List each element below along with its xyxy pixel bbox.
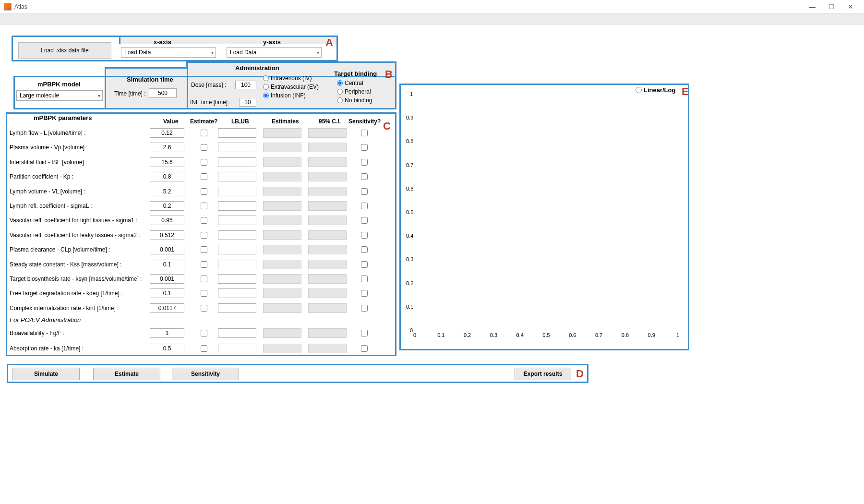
x-tick: 0 [408,332,422,338]
param-estimate-checkbox[interactable] [201,203,207,209]
param-estimate-checkbox[interactable] [201,330,207,336]
model-dropdown[interactable]: Large molecule [16,90,103,101]
param-estimate-checkbox[interactable] [201,246,207,253]
linear-log-radio[interactable] [636,87,642,93]
param-lbub-input[interactable] [218,172,256,181]
param-value-input[interactable] [150,143,184,152]
param-lbub-input[interactable] [218,216,256,225]
param-estimate-checkbox[interactable] [201,173,207,180]
param-estimate-checkbox[interactable] [201,261,207,268]
param-lbub-input[interactable] [218,201,256,211]
section-letter-c: C [383,120,391,132]
param-value-input[interactable] [150,187,184,196]
param-label: Free target degradation rate - kdeg [1/t… [10,290,150,297]
param-estimate-checkbox[interactable] [201,159,207,166]
admin-radio-iv-input[interactable] [263,75,269,81]
param-value-input[interactable] [150,230,184,240]
param-ci-display [308,288,347,298]
param-value-input[interactable] [150,288,184,298]
param-value-input[interactable] [150,216,184,225]
param-value-input[interactable] [150,260,184,269]
target-radio-none[interactable]: No binding [337,97,372,104]
param-sensitivity-checkbox[interactable] [361,159,368,166]
x-tick: 0.5 [539,332,553,338]
param-estimate-checkbox[interactable] [201,217,207,224]
model-title: mPBPK model [37,81,81,88]
param-lbub-input[interactable] [218,328,256,338]
param-estimate-checkbox[interactable] [201,188,207,195]
target-radio-none-input[interactable] [337,97,343,103]
time-input[interactable] [149,88,177,98]
admin-radio-inf-input[interactable] [263,93,269,98]
export-results-button[interactable]: Export results [515,368,571,380]
param-sensitivity-checkbox[interactable] [361,232,368,239]
param-value-input[interactable] [150,201,184,211]
param-sensitivity-checkbox[interactable] [361,130,368,136]
load-data-button[interactable]: Load .xlsx data file [18,42,111,59]
param-sensitivity-checkbox[interactable] [361,290,368,297]
param-sensitivity-checkbox[interactable] [361,188,368,195]
xaxis-dropdown-value: Load Data [124,49,151,56]
param-lbub-input[interactable] [218,245,256,254]
param-lbub-input[interactable] [218,303,256,313]
param-sensitivity-checkbox[interactable] [361,203,368,209]
param-ci-display [308,344,347,353]
param-lbub-input[interactable] [218,143,256,152]
admin-radio-iv[interactable]: Intravenous (IV) [263,75,319,82]
param-value-input[interactable] [150,274,184,284]
param-row: Steady state constant - Kss [mass/volume… [10,258,394,271]
param-sensitivity-checkbox[interactable] [361,144,368,151]
param-sensitivity-checkbox[interactable] [361,345,368,352]
target-radio-central[interactable]: Central [337,80,372,86]
admin-radio-ev[interactable]: Extravascular (EV) [263,84,319,90]
target-radio-peripheral[interactable]: Peripheral [337,88,372,95]
param-sensitivity-checkbox[interactable] [361,261,368,268]
param-sensitivity-checkbox[interactable] [361,246,368,253]
param-estimate-checkbox[interactable] [201,345,207,352]
param-estimate-checkbox[interactable] [201,276,207,282]
param-sensitivity-checkbox[interactable] [361,305,368,312]
param-value-input[interactable] [150,157,184,167]
param-lbub-input[interactable] [218,260,256,269]
param-ci-display [308,187,347,196]
param-sensitivity-checkbox[interactable] [361,276,368,282]
yaxis-dropdown[interactable]: Load Data [227,47,322,58]
param-estimate-checkbox[interactable] [201,144,207,151]
maximize-button[interactable]: ☐ [822,0,841,13]
param-value-input[interactable] [150,344,184,353]
param-value-input[interactable] [150,328,184,338]
param-lbub-input[interactable] [218,344,256,353]
param-value-input[interactable] [150,128,184,138]
param-sensitivity-checkbox[interactable] [361,330,368,336]
dose-input[interactable] [235,81,256,89]
param-estimate-checkbox[interactable] [201,232,207,239]
param-estimates-display [263,128,301,138]
param-value-input[interactable] [150,172,184,181]
param-sensitivity-checkbox[interactable] [361,217,368,224]
minimize-button[interactable]: — [803,0,822,13]
param-lbub-input[interactable] [218,157,256,167]
param-lbub-input[interactable] [218,230,256,240]
param-lbub-input[interactable] [218,187,256,196]
param-estimate-checkbox[interactable] [201,290,207,297]
inf-time-input[interactable] [239,98,256,107]
simulate-button[interactable]: Simulate [12,368,80,380]
admin-radio-inf[interactable]: Infusion (INF) [263,92,319,99]
param-ci-display [308,245,347,254]
target-radio-peripheral-input[interactable] [337,89,343,95]
sensitivity-button[interactable]: Sensitivity [172,368,239,380]
param-sensitivity-checkbox[interactable] [361,173,368,180]
linear-log-toggle[interactable]: Linear/Log [636,86,675,94]
param-estimate-checkbox[interactable] [201,130,207,136]
param-lbub-input[interactable] [218,128,256,138]
param-value-input[interactable] [150,303,184,313]
param-estimate-checkbox[interactable] [201,305,207,312]
param-lbub-input[interactable] [218,274,256,284]
param-value-input[interactable] [150,245,184,254]
target-radio-central-input[interactable] [337,80,343,86]
xaxis-dropdown[interactable]: Load Data [121,47,216,58]
close-button[interactable]: ✕ [841,0,860,13]
admin-radio-ev-input[interactable] [263,84,269,90]
estimate-button[interactable]: Estimate [93,368,160,380]
param-lbub-input[interactable] [218,288,256,298]
